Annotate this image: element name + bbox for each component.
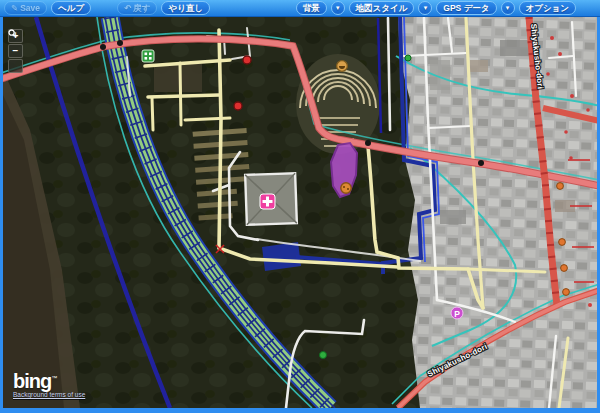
redo-button[interactable]: やり直し bbox=[161, 1, 210, 15]
map-attribution: bing™ Background terms of use bbox=[13, 369, 85, 398]
gps-data-dropdown-icon[interactable]: ▼ bbox=[501, 1, 515, 15]
toolbar-left-group: ✎Save ヘルプ bbox=[4, 1, 91, 15]
map-style-button[interactable]: 地図スタイル bbox=[349, 1, 415, 15]
trademark-symbol: ™ bbox=[51, 375, 56, 381]
magnifier-icon bbox=[8, 29, 17, 38]
background-dropdown-icon[interactable]: ▼ bbox=[331, 1, 345, 15]
toolbar-right-group: 背景 ▼ 地図スタイル ▼ GPS データ ▼ オプション bbox=[296, 1, 576, 15]
magnifier-button[interactable] bbox=[8, 59, 23, 73]
save-label: Save bbox=[20, 2, 40, 14]
recycling-icon[interactable] bbox=[142, 50, 154, 62]
top-toolbar: ✎Save ヘルプ ↶戻す やり直し 背景 ▼ 地図スタイル ▼ GPS データ… bbox=[0, 0, 600, 17]
pencil-icon: ✎ bbox=[11, 2, 18, 14]
map-svg: P Shiyakusho-dori bbox=[3, 17, 597, 408]
undo-arrow-icon: ↶ bbox=[124, 2, 131, 14]
zoom-controls: + − bbox=[8, 29, 23, 73]
help-button[interactable]: ヘルプ bbox=[51, 1, 91, 15]
background-button[interactable]: 背景 bbox=[296, 1, 327, 15]
hospital-icon[interactable] bbox=[260, 194, 275, 209]
svg-text:P: P bbox=[454, 309, 460, 319]
monument-icon[interactable] bbox=[341, 183, 351, 193]
zoom-out-button[interactable]: − bbox=[8, 44, 23, 58]
parking-icon[interactable]: P bbox=[451, 307, 463, 319]
map-style-dropdown-icon[interactable]: ▼ bbox=[418, 1, 432, 15]
undo-button[interactable]: ↶戻す bbox=[117, 1, 157, 15]
background-terms-link[interactable]: Background terms of use bbox=[13, 391, 85, 398]
options-button[interactable]: オプション bbox=[519, 1, 577, 15]
bing-logo: bing™ bbox=[13, 369, 85, 390]
theatre-icon[interactable] bbox=[337, 61, 348, 72]
undo-label: 戻す bbox=[133, 2, 150, 14]
toolbar-undo-group: ↶戻す やり直し bbox=[117, 1, 210, 15]
map-canvas[interactable]: P Shiyakusho-dori bbox=[0, 17, 600, 413]
save-button[interactable]: ✎Save bbox=[4, 1, 47, 15]
gps-data-button[interactable]: GPS データ bbox=[436, 1, 496, 15]
